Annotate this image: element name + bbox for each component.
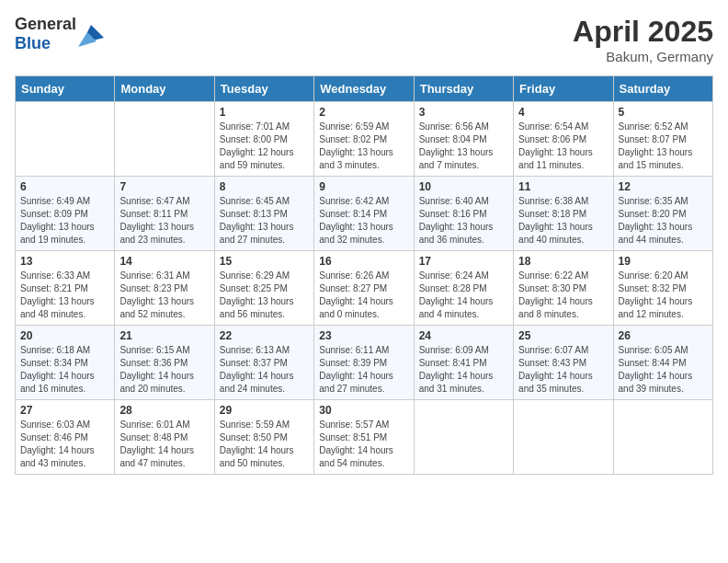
calendar-week-row: 13Sunrise: 6:33 AM Sunset: 8:21 PM Dayli… xyxy=(16,251,713,326)
day-number: 19 xyxy=(619,255,708,268)
day-number: 1 xyxy=(220,106,309,119)
calendar-cell: 19Sunrise: 6:20 AM Sunset: 8:32 PM Dayli… xyxy=(613,251,712,326)
day-number: 4 xyxy=(518,106,608,119)
logo-blue: Blue xyxy=(15,34,51,52)
calendar-cell: 1Sunrise: 7:01 AM Sunset: 8:00 PM Daylig… xyxy=(214,102,313,177)
calendar-cell: 21Sunrise: 6:15 AM Sunset: 8:36 PM Dayli… xyxy=(115,326,214,400)
weekday-header: Tuesday xyxy=(214,76,313,102)
calendar-cell xyxy=(115,102,214,177)
day-info: Sunrise: 6:35 AM Sunset: 8:20 PM Dayligh… xyxy=(619,195,708,247)
calendar-cell xyxy=(16,102,115,177)
day-number: 9 xyxy=(319,180,408,193)
page-header: General Blue April 2025 Bakum, Germany xyxy=(15,15,713,64)
calendar-cell: 2Sunrise: 6:59 AM Sunset: 8:02 PM Daylig… xyxy=(314,102,414,177)
logo: General Blue xyxy=(15,15,104,53)
calendar-title: April 2025 xyxy=(573,15,713,49)
day-number: 17 xyxy=(419,255,508,268)
day-info: Sunrise: 6:42 AM Sunset: 8:14 PM Dayligh… xyxy=(319,195,408,247)
day-info: Sunrise: 6:01 AM Sunset: 8:48 PM Dayligh… xyxy=(119,419,209,470)
weekday-header: Monday xyxy=(115,76,214,102)
day-number: 26 xyxy=(619,329,708,342)
day-number: 13 xyxy=(20,255,109,268)
day-number: 22 xyxy=(220,329,309,342)
day-info: Sunrise: 6:31 AM Sunset: 8:23 PM Dayligh… xyxy=(119,270,209,321)
day-info: Sunrise: 6:13 AM Sunset: 8:37 PM Dayligh… xyxy=(220,344,309,396)
calendar-cell: 29Sunrise: 5:59 AM Sunset: 8:50 PM Dayli… xyxy=(214,400,313,475)
day-info: Sunrise: 5:57 AM Sunset: 8:51 PM Dayligh… xyxy=(319,419,408,470)
day-info: Sunrise: 6:24 AM Sunset: 8:28 PM Dayligh… xyxy=(419,270,508,321)
day-info: Sunrise: 6:38 AM Sunset: 8:18 PM Dayligh… xyxy=(518,195,608,247)
day-info: Sunrise: 7:01 AM Sunset: 8:00 PM Dayligh… xyxy=(220,121,309,172)
day-info: Sunrise: 6:56 AM Sunset: 8:04 PM Dayligh… xyxy=(419,121,508,172)
day-info: Sunrise: 6:52 AM Sunset: 8:07 PM Dayligh… xyxy=(619,121,708,172)
calendar-cell: 5Sunrise: 6:52 AM Sunset: 8:07 PM Daylig… xyxy=(613,102,712,177)
calendar-week-row: 6Sunrise: 6:49 AM Sunset: 8:09 PM Daylig… xyxy=(16,177,713,251)
calendar-cell: 15Sunrise: 6:29 AM Sunset: 8:25 PM Dayli… xyxy=(214,251,313,326)
calendar-cell: 24Sunrise: 6:09 AM Sunset: 8:41 PM Dayli… xyxy=(414,326,513,400)
calendar-cell: 20Sunrise: 6:18 AM Sunset: 8:34 PM Dayli… xyxy=(16,326,115,400)
calendar-week-row: 1Sunrise: 7:01 AM Sunset: 8:00 PM Daylig… xyxy=(16,102,713,177)
day-info: Sunrise: 6:05 AM Sunset: 8:44 PM Dayligh… xyxy=(619,344,708,396)
day-number: 2 xyxy=(319,106,408,119)
day-number: 23 xyxy=(319,329,408,342)
calendar-cell: 9Sunrise: 6:42 AM Sunset: 8:14 PM Daylig… xyxy=(314,177,414,251)
day-number: 20 xyxy=(20,329,109,342)
calendar-location: Bakum, Germany xyxy=(573,49,713,64)
day-number: 15 xyxy=(220,255,309,268)
day-number: 28 xyxy=(119,404,209,417)
calendar-cell: 11Sunrise: 6:38 AM Sunset: 8:18 PM Dayli… xyxy=(514,177,613,251)
day-info: Sunrise: 5:59 AM Sunset: 8:50 PM Dayligh… xyxy=(220,419,309,470)
calendar-cell: 14Sunrise: 6:31 AM Sunset: 8:23 PM Dayli… xyxy=(115,251,214,326)
day-info: Sunrise: 6:29 AM Sunset: 8:25 PM Dayligh… xyxy=(220,270,309,321)
day-number: 11 xyxy=(518,180,608,193)
day-info: Sunrise: 6:47 AM Sunset: 8:11 PM Dayligh… xyxy=(119,195,209,247)
day-info: Sunrise: 6:09 AM Sunset: 8:41 PM Dayligh… xyxy=(419,344,508,396)
title-area: April 2025 Bakum, Germany xyxy=(573,15,713,64)
day-number: 18 xyxy=(518,255,608,268)
weekday-header: Friday xyxy=(514,76,613,102)
logo-general: General xyxy=(15,15,76,33)
day-number: 12 xyxy=(619,180,708,193)
calendar-cell: 23Sunrise: 6:11 AM Sunset: 8:39 PM Dayli… xyxy=(314,326,414,400)
calendar-cell: 18Sunrise: 6:22 AM Sunset: 8:30 PM Dayli… xyxy=(514,251,613,326)
day-number: 30 xyxy=(319,404,408,417)
day-number: 25 xyxy=(518,329,608,342)
weekday-header: Wednesday xyxy=(314,76,414,102)
calendar-cell: 7Sunrise: 6:47 AM Sunset: 8:11 PM Daylig… xyxy=(115,177,214,251)
day-info: Sunrise: 6:15 AM Sunset: 8:36 PM Dayligh… xyxy=(119,344,209,396)
calendar-cell: 12Sunrise: 6:35 AM Sunset: 8:20 PM Dayli… xyxy=(613,177,712,251)
day-number: 14 xyxy=(119,255,209,268)
day-info: Sunrise: 6:22 AM Sunset: 8:30 PM Dayligh… xyxy=(518,270,608,321)
day-info: Sunrise: 6:45 AM Sunset: 8:13 PM Dayligh… xyxy=(220,195,309,247)
calendar-cell: 28Sunrise: 6:01 AM Sunset: 8:48 PM Dayli… xyxy=(115,400,214,475)
header-row: SundayMondayTuesdayWednesdayThursdayFrid… xyxy=(16,76,713,102)
day-info: Sunrise: 6:49 AM Sunset: 8:09 PM Dayligh… xyxy=(20,195,109,247)
calendar-cell: 25Sunrise: 6:07 AM Sunset: 8:43 PM Dayli… xyxy=(514,326,613,400)
day-info: Sunrise: 6:40 AM Sunset: 8:16 PM Dayligh… xyxy=(419,195,508,247)
calendar-cell xyxy=(613,400,712,475)
day-number: 8 xyxy=(220,180,309,193)
calendar-week-row: 20Sunrise: 6:18 AM Sunset: 8:34 PM Dayli… xyxy=(16,326,713,400)
calendar-week-row: 27Sunrise: 6:03 AM Sunset: 8:46 PM Dayli… xyxy=(16,400,713,475)
calendar-cell: 4Sunrise: 6:54 AM Sunset: 8:06 PM Daylig… xyxy=(514,102,613,177)
calendar-cell xyxy=(414,400,513,475)
logo-icon xyxy=(78,21,104,47)
day-number: 24 xyxy=(419,329,508,342)
calendar-cell: 30Sunrise: 5:57 AM Sunset: 8:51 PM Dayli… xyxy=(314,400,414,475)
day-info: Sunrise: 6:11 AM Sunset: 8:39 PM Dayligh… xyxy=(319,344,408,396)
day-info: Sunrise: 6:20 AM Sunset: 8:32 PM Dayligh… xyxy=(619,270,708,321)
calendar-cell: 27Sunrise: 6:03 AM Sunset: 8:46 PM Dayli… xyxy=(16,400,115,475)
day-info: Sunrise: 6:33 AM Sunset: 8:21 PM Dayligh… xyxy=(20,270,109,321)
weekday-header: Saturday xyxy=(613,76,712,102)
day-number: 27 xyxy=(20,404,109,417)
calendar-cell: 22Sunrise: 6:13 AM Sunset: 8:37 PM Dayli… xyxy=(214,326,313,400)
calendar-cell: 8Sunrise: 6:45 AM Sunset: 8:13 PM Daylig… xyxy=(214,177,313,251)
day-number: 6 xyxy=(20,180,109,193)
day-info: Sunrise: 6:59 AM Sunset: 8:02 PM Dayligh… xyxy=(319,121,408,172)
day-number: 16 xyxy=(319,255,408,268)
day-number: 21 xyxy=(119,329,209,342)
day-info: Sunrise: 6:54 AM Sunset: 8:06 PM Dayligh… xyxy=(518,121,608,172)
calendar-cell xyxy=(514,400,613,475)
calendar-cell: 17Sunrise: 6:24 AM Sunset: 8:28 PM Dayli… xyxy=(414,251,513,326)
day-number: 5 xyxy=(619,106,708,119)
